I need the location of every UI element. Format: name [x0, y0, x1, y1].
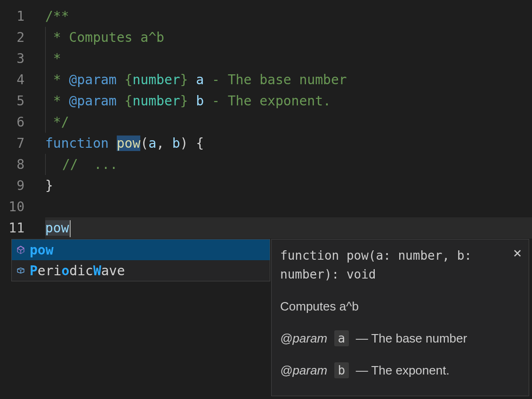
code-line[interactable]: * Computes a^b [45, 27, 532, 48]
jsdoc-type: number [132, 72, 180, 88]
comment-open: /** [45, 8, 69, 24]
suggest-label: pow [30, 239, 54, 261]
keyword-function: function [45, 136, 109, 151]
code-line[interactable]: */ [45, 112, 532, 133]
doc-signature: function pow(a: number, b: number): void [280, 246, 520, 284]
doc-param: @param a — The base number [280, 329, 520, 348]
jsdoc-tag: @param [69, 93, 117, 109]
code-line[interactable]: /** [45, 6, 532, 27]
param-b: b [172, 136, 180, 151]
suggest-item[interactable]: pow [12, 239, 270, 260]
code-line[interactable]: * @param {number} b - The exponent. [45, 90, 532, 112]
autocomplete-popup[interactable]: pow PeriodicWave [11, 239, 270, 281]
param-desc: - The base number [204, 72, 347, 88]
doc-description: Computes a^b [280, 297, 520, 316]
suggest-label: PeriodicWave [30, 260, 125, 281]
jsdoc-type: number [132, 93, 180, 109]
code-line-active[interactable]: pow [45, 217, 532, 239]
line-number: 7 [0, 133, 33, 154]
function-name: pow [117, 136, 141, 151]
line-number: 11 [0, 217, 33, 239]
line-number: 10 [0, 196, 33, 217]
doc-star: * [45, 51, 61, 66]
comment: // ... [62, 157, 118, 172]
code-line[interactable]: } [45, 175, 532, 196]
line-number: 4 [0, 69, 33, 90]
line-number: 3 [0, 48, 33, 69]
param-a: a [148, 136, 156, 151]
doc-star: * [45, 93, 69, 109]
param-name: a [196, 72, 204, 88]
code-line[interactable] [45, 196, 532, 217]
doc-param: @param b — The exponent. [280, 361, 520, 380]
brace-close: } [45, 178, 53, 193]
method-icon [16, 245, 26, 255]
code-area[interactable]: /** * Computes a^b * * @param {number} a… [45, 6, 532, 239]
code-line[interactable]: function pow(a, b) { [45, 133, 532, 154]
line-number: 8 [0, 154, 33, 175]
line-number: 1 [0, 6, 33, 27]
suggest-doc-popup: ✕ function pow(a: number, b: number): vo… [271, 239, 529, 396]
line-number: 5 [0, 90, 33, 112]
text-cursor [70, 220, 71, 237]
code-editor[interactable]: 1 2 3 4 5 6 7 8 9 10 11 /** * Computes a… [0, 0, 532, 399]
comment-close: */ [45, 114, 69, 130]
param-desc: - The exponent. [204, 93, 331, 109]
line-number: 6 [0, 112, 33, 133]
code-line[interactable]: * [45, 48, 532, 69]
line-number: 2 [0, 27, 33, 48]
code-line[interactable]: // ... [45, 154, 532, 175]
line-number: 9 [0, 175, 33, 196]
param-name: b [196, 93, 204, 109]
code-line[interactable]: * @param {number} a - The base number [45, 69, 532, 90]
variable-icon [16, 265, 26, 276]
doc-text: Computes a^b [69, 30, 164, 45]
jsdoc-tag: @param [69, 72, 117, 88]
typed-token: pow [45, 220, 69, 236]
line-number-gutter: 1 2 3 4 5 6 7 8 9 10 11 [0, 0, 33, 239]
doc-star: * [45, 72, 69, 88]
suggest-item[interactable]: PeriodicWave [12, 260, 270, 281]
doc-star: * [45, 30, 69, 45]
close-icon[interactable]: ✕ [513, 244, 522, 263]
